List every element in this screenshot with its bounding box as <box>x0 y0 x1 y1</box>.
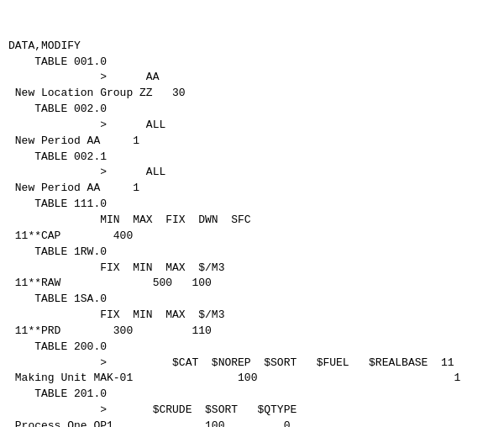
code-block: DATA,MODIFY TABLE 001.0 > AA New Locatio… <box>0 0 504 427</box>
code-lines: DATA,MODIFY TABLE 001.0 > AA New Locatio… <box>8 39 496 427</box>
